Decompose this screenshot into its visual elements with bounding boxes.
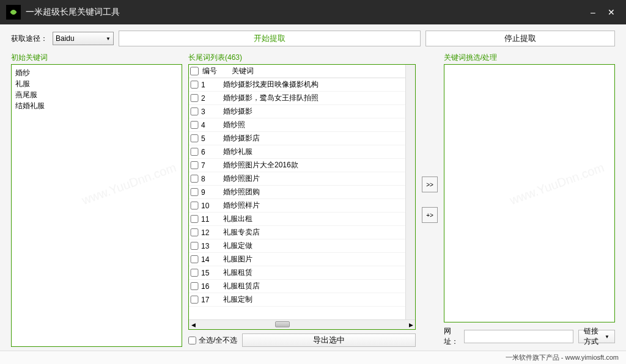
row-checkbox[interactable]	[190, 134, 199, 142]
move-all-button[interactable]: >>	[422, 177, 438, 192]
list-item[interactable]: 婚纱	[15, 67, 178, 78]
table-row[interactable]: 17礼服定制	[189, 293, 415, 307]
cell-keyword: 婚纱照图片	[218, 172, 415, 185]
col-header-keyword[interactable]: 关键词	[229, 65, 415, 78]
keyword-filter-title: 关键词挑选/处理	[444, 53, 615, 63]
row-checkbox[interactable]	[190, 81, 199, 89]
export-selected-button[interactable]: 导出选中	[242, 333, 416, 347]
cell-keyword: 礼服图片	[218, 253, 415, 266]
table-row[interactable]: 15礼服租赁	[189, 266, 415, 280]
table-row[interactable]: 2婚纱摄影，鹭岛女王排队拍照	[189, 92, 415, 105]
url-label: 网址：	[444, 326, 459, 347]
row-checkbox[interactable]	[190, 242, 199, 250]
cell-num: 4	[200, 120, 218, 131]
move-one-button[interactable]: +>	[422, 207, 438, 223]
table-row[interactable]: 8婚纱照图片	[189, 172, 415, 186]
row-checkbox[interactable]	[190, 255, 199, 263]
cell-num: 6	[200, 147, 218, 158]
cell-num: 17	[200, 294, 218, 305]
keyword-filter-box[interactable]	[444, 64, 615, 322]
stop-extract-button[interactable]: 停止提取	[425, 31, 615, 46]
row-checkbox[interactable]	[190, 269, 199, 277]
app-logo-icon	[6, 5, 21, 20]
row-checkbox[interactable]	[190, 202, 199, 209]
close-button[interactable]: ✕	[603, 6, 620, 18]
chevron-down-icon: ▼	[106, 36, 111, 42]
minimize-button[interactable]: –	[584, 6, 602, 18]
row-checkbox[interactable]	[190, 188, 199, 196]
row-checkbox[interactable]	[190, 215, 199, 223]
cell-keyword: 礼服专卖店	[218, 226, 415, 239]
cell-num: 8	[200, 173, 218, 184]
start-extract-button[interactable]: 开始提取	[119, 31, 421, 46]
status-bar: 一米软件旗下产品 - www.yimiosft.com	[0, 351, 626, 364]
url-input[interactable]	[464, 330, 573, 343]
table-row[interactable]: 6婚纱礼服	[189, 145, 415, 159]
cell-num: 16	[200, 281, 218, 292]
horizontal-scrollbar[interactable]: ◀ ▶	[189, 319, 415, 329]
cell-keyword: 婚纱摄影	[218, 105, 415, 118]
table-row[interactable]: 12礼服专卖店	[189, 226, 415, 239]
status-text: 一米软件旗下产品 - www.yimiosft.com	[506, 353, 619, 362]
table-row[interactable]: 16礼服租赁店	[189, 280, 415, 293]
list-item[interactable]: 结婚礼服	[15, 100, 178, 111]
scroll-right-icon[interactable]: ▶	[407, 321, 415, 329]
cell-keyword: 婚纱摄影店	[218, 132, 415, 145]
cell-keyword: 婚纱照图片大全2016款	[218, 159, 415, 172]
cell-num: 7	[200, 160, 218, 171]
row-checkbox[interactable]	[190, 148, 199, 156]
table-row[interactable]: 4婚纱照	[189, 118, 415, 132]
row-checkbox[interactable]	[190, 107, 199, 115]
row-checkbox[interactable]	[190, 282, 199, 290]
list-item[interactable]: 礼服	[15, 78, 178, 89]
cell-num: 2	[200, 93, 218, 104]
row-checkbox[interactable]	[190, 121, 199, 129]
longtail-list-box: 编号 关键词 1婚纱摄影找麦田映像摄影机构2婚纱摄影，鹭岛女王排队拍照3婚纱摄影…	[188, 64, 416, 330]
vertical-scrollbar[interactable]	[405, 65, 415, 319]
table-row[interactable]: 13礼服定做	[189, 239, 415, 253]
row-checkbox[interactable]	[190, 161, 199, 169]
initial-keywords-box[interactable]: 婚纱礼服燕尾服结婚礼服	[11, 64, 182, 347]
cell-num: 14	[200, 254, 218, 265]
row-checkbox[interactable]	[190, 228, 199, 236]
col-header-num[interactable]: 编号	[200, 65, 229, 78]
table-row[interactable]: 11礼服出租	[189, 213, 415, 226]
cell-num: 3	[200, 106, 218, 117]
header-checkbox[interactable]	[190, 65, 199, 78]
select-all-checkbox[interactable]: 全选/全不选	[188, 335, 237, 346]
cell-keyword: 婚纱摄影，鹭岛女王排队拍照	[218, 92, 415, 104]
row-checkbox[interactable]	[190, 296, 199, 304]
table-row[interactable]: 14礼服图片	[189, 253, 415, 266]
row-checkbox[interactable]	[190, 94, 199, 102]
app-title: 一米超级长尾关键词工具	[26, 7, 120, 18]
cell-num: 15	[200, 268, 218, 278]
cell-num: 1	[200, 79, 218, 90]
cell-keyword: 婚纱照样片	[218, 199, 415, 212]
cell-keyword: 婚纱摄影找麦田映像摄影机构	[218, 78, 415, 91]
table-row[interactable]: 10婚纱照样片	[189, 199, 415, 213]
titlebar: 一米超级长尾关键词工具 – ✕	[0, 0, 626, 24]
table-row[interactable]: 1婚纱摄影找麦田映像摄影机构	[189, 78, 415, 92]
table-row[interactable]: 9婚纱照团购	[189, 186, 415, 199]
cell-keyword: 礼服租赁	[218, 266, 415, 279]
source-label: 获取途径：	[11, 34, 48, 44]
scroll-thumb[interactable]	[275, 321, 290, 327]
cell-num: 9	[200, 187, 218, 198]
cell-num: 12	[200, 227, 218, 238]
table-row[interactable]: 3婚纱摄影	[189, 105, 415, 118]
scroll-left-icon[interactable]: ◀	[189, 321, 197, 329]
cell-keyword: 婚纱照	[218, 118, 415, 131]
row-checkbox[interactable]	[190, 175, 199, 183]
cell-keyword: 婚纱礼服	[218, 145, 415, 158]
source-value: Baidu	[56, 34, 75, 43]
table-row[interactable]: 5婚纱摄影店	[189, 132, 415, 145]
table-header: 编号 关键词	[189, 65, 415, 78]
table-row[interactable]: 7婚纱照图片大全2016款	[189, 159, 415, 172]
list-item[interactable]: 燕尾服	[15, 89, 178, 100]
link-mode-button[interactable]: 链接方式 ▼	[578, 330, 615, 343]
longtail-list-title: 长尾词列表(463)	[188, 53, 416, 63]
chevron-down-icon: ▼	[605, 334, 609, 340]
cell-num: 11	[200, 214, 218, 225]
source-dropdown[interactable]: Baidu ▼	[53, 32, 114, 45]
cell-keyword: 礼服定做	[218, 239, 415, 252]
